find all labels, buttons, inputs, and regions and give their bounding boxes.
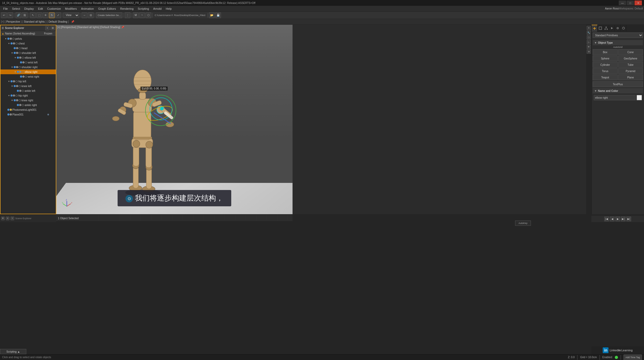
menu-file[interactable]: File [1,7,10,11]
se-options-button[interactable]: ≡ [6,217,9,220]
category-dropdown[interactable]: Standard Primitives [593,33,643,38]
minimize-button[interactable]: — [619,1,626,5]
save-file-button[interactable]: 💾 [215,12,221,18]
visibility-icon[interactable] [25,62,27,63]
plane-button[interactable]: Plane [618,74,643,80]
tree-item-ankle-left[interactable]: ▶ ankle left [1,88,56,93]
se-add-button[interactable]: + [45,26,49,30]
torus-button[interactable]: Torus [593,68,618,74]
visibility-icon[interactable] [22,57,24,59]
tree-item-shoulder-right[interactable]: ▼ shoulder right [1,65,56,69]
align-button[interactable]: ⊟ [88,12,94,18]
tree-item-head[interactable]: ▶ head [1,46,56,51]
visibility-icon[interactable] [18,99,21,101]
se-collapse-button[interactable]: ▼ [1,217,5,220]
tree-item-knee-left[interactable]: ▼ knee left [1,84,56,88]
menu-rendering[interactable]: Rendering [118,7,136,11]
expand-icon[interactable]: ▶ [4,108,7,111]
goto-end-button[interactable]: ▶| [626,217,631,221]
menu-customize[interactable]: Customize [45,7,63,11]
menu-help[interactable]: Help [164,7,174,11]
visibility-icon[interactable] [18,66,21,68]
redo-button[interactable]: ↪ [7,12,13,18]
modify-tab[interactable] [597,25,603,32]
display-tab[interactable] [615,25,621,32]
expand-icon[interactable]: ▼ [14,56,17,59]
visibility-icon[interactable] [18,47,21,49]
menu-graph-editors[interactable]: Graph Editors [96,7,118,11]
utilities-tab-icon[interactable]: ⚙ [587,49,591,54]
visibility-icon[interactable] [22,71,24,73]
visibility-icon[interactable] [15,81,18,82]
tree-item-knee-right[interactable]: ▼ knee right [1,98,56,103]
menu-scripting[interactable]: Scripting [136,7,151,11]
tree-item-hip-right[interactable]: ▼ hip right [1,93,56,98]
object-type-header[interactable]: ▼ Object Type [593,40,643,45]
schematic-button[interactable]: ⬡ [145,12,151,18]
expand-icon[interactable]: ▶ [14,89,17,92]
material-editor-button[interactable]: M [133,12,139,18]
select-move-button[interactable]: ✛ [43,12,48,18]
link-button[interactable]: 🔗 [16,12,21,18]
utilities-tab[interactable] [621,25,626,32]
scripting-tab[interactable]: Scripting ▲ [0,349,26,354]
scale-button[interactable]: ⤢ [55,12,61,18]
create-tab[interactable] [592,25,597,32]
maximize-button[interactable]: □ [627,1,634,5]
reference-coord-dropdown[interactable]: View World Local [63,13,79,18]
tree-item-shoulder-left[interactable]: ▼ shoulder left [1,51,56,55]
goto-start-button[interactable]: |◀ [604,217,609,221]
expand-icon[interactable]: ▶ [4,113,7,116]
expand-icon[interactable]: ▶ [17,61,20,64]
tree-item-ankle-right[interactable]: ▶ ankle right [1,103,56,107]
se-settings-button[interactable]: ⚙ [51,26,55,30]
expand-icon[interactable]: ▼ [11,51,14,54]
cone-button[interactable]: Cone [618,49,643,55]
undo-button[interactable]: ↩ [1,12,7,18]
expand-icon[interactable]: ▶ [17,75,20,78]
menu-display[interactable]: Display [22,7,36,11]
select-region-button[interactable]: ⬚ [36,12,42,18]
tree-item-pelvis[interactable]: ▼ pelvis [1,36,56,41]
motion-tab-icon[interactable]: ▷ [587,40,591,44]
expand-icon[interactable]: ▶ [14,103,17,107]
expand-icon[interactable]: ▼ [11,84,14,88]
expand-icon[interactable]: ▼ [14,70,17,73]
tree-item-chest[interactable]: ▼ chest [1,41,56,46]
display-tab-icon[interactable]: 👁 [587,45,591,49]
textplus-button[interactable]: TextPlus [593,81,643,87]
menu-arnold[interactable]: Arnold [151,7,164,11]
tree-item-wrist-left[interactable]: ▶ wrist left [1,60,56,65]
name-color-header[interactable]: ▼ Name and Color [593,88,643,93]
motion-tab[interactable] [609,25,615,32]
tree-item-elbow-right[interactable]: ▼ elbow right [1,69,56,74]
visibility-icon[interactable] [15,95,18,97]
autokey-button[interactable]: AutoKey [515,221,531,226]
hierarchy-tab[interactable] [603,25,609,32]
color-swatch[interactable] [637,95,642,100]
expand-icon[interactable]: ▶ [11,47,14,50]
tree-item-elbow-left[interactable]: ▼ elbow left [1,55,56,60]
create-tab-icon[interactable]: ✦ [587,26,591,30]
frozen-column-header[interactable]: Frozen [42,32,55,35]
box-button[interactable]: Box [593,49,618,55]
expand-icon[interactable]: ▼ [7,80,11,83]
visibility-icon[interactable] [22,90,24,92]
named-selections-button[interactable]: ⋮ [125,12,130,18]
mirror-button[interactable]: ↔ [82,12,87,18]
visibility-icon[interactable] [18,52,21,54]
visibility-icon[interactable] [25,76,27,78]
rotate-button[interactable]: ↻ [49,12,55,18]
menu-select[interactable]: Select [10,7,22,11]
next-frame-button[interactable]: ▶| [621,217,626,221]
menu-edit[interactable]: Edit [36,7,45,11]
tree-item-plane[interactable]: ▶ Plane001 ❄ [1,112,56,117]
create-selection-button[interactable]: Create Selection Se... [96,12,122,18]
cylinder-button[interactable]: Cylinder [593,62,618,68]
name-column-header[interactable]: Name (Sorted Ascending) [5,32,35,35]
curve-editor-button[interactable]: ~ [139,12,145,18]
lighting-label[interactable]: Standard all lights [24,20,45,23]
add-time-tag-button[interactable]: Add Time Tag [623,354,642,360]
viewport-area[interactable]: Eul:(0.00, 0.00, 0.00) [+] [Perspective]… [56,25,293,214]
modify-tab-icon[interactable]: 🔧 [587,31,591,35]
